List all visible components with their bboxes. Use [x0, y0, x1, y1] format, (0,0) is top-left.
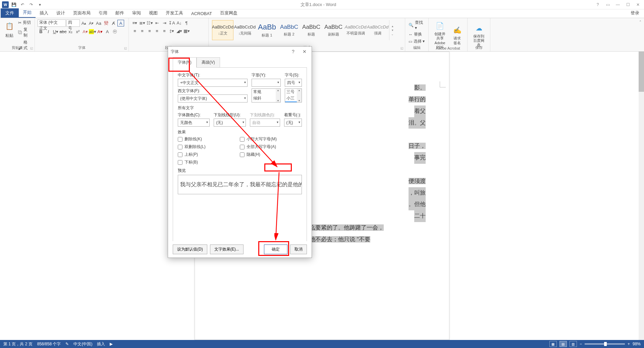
tab-developer[interactable]: 开发工具	[162, 8, 187, 18]
decrease-indent-icon[interactable]: ⇤	[154, 19, 160, 26]
qat-more-icon[interactable]: ▾	[36, 1, 44, 8]
highlight-icon[interactable]: ab▾	[89, 28, 96, 35]
zoom-slider[interactable]	[585, 343, 625, 345]
phonetic-guide-icon[interactable]: 變	[103, 20, 109, 26]
tab-baidu[interactable]: 百度网盘	[216, 8, 241, 18]
numbering-icon[interactable]: ≣▾	[139, 19, 146, 26]
view-web-button[interactable]: ▥	[570, 341, 577, 347]
character-border-icon[interactable]: A	[117, 20, 124, 26]
style-subtle-emphasis[interactable]: AaBbCcDd不明显强调	[345, 20, 366, 40]
distributed-icon[interactable]: ≡	[161, 27, 168, 34]
align-right-icon[interactable]: ≡	[146, 27, 153, 34]
enclose-character-icon[interactable]: ㊥	[111, 28, 118, 35]
strike-checkbox[interactable]: 删除线(K)	[178, 136, 240, 142]
font-color-icon[interactable]: A▾	[97, 28, 103, 35]
ribbon-display-icon[interactable]: ▭	[603, 1, 612, 8]
line-spacing-icon[interactable]: ‡▾	[168, 27, 175, 34]
tab-file[interactable]: 文件	[1, 8, 19, 18]
status-spell-icon[interactable]: ✎	[65, 342, 69, 346]
bullets-icon[interactable]: ≡▾	[131, 19, 138, 26]
view-print-button[interactable]: ▤	[559, 341, 567, 347]
tab-insert[interactable]: 插入	[36, 8, 52, 18]
align-left-icon[interactable]: ≡	[131, 27, 138, 34]
emphasis-combo[interactable]: (无)	[284, 119, 302, 127]
login-button[interactable]: 登录	[626, 8, 644, 18]
dialog-tab-font[interactable]: 字体(N)	[173, 57, 197, 68]
status-macro-icon[interactable]: ▶	[110, 342, 113, 346]
save-icon[interactable]: 💾	[10, 1, 17, 8]
tab-acrobat[interactable]: ACROBAT	[187, 9, 216, 18]
style-down-icon[interactable]: ▾	[390, 28, 395, 32]
dialog-help-icon[interactable]: ?	[289, 49, 298, 54]
subscript-checkbox[interactable]: 下标(B)	[178, 159, 240, 165]
style-normal[interactable]: AaBbCcDd↓正文	[212, 20, 233, 40]
dialog-tab-advanced[interactable]: 高级(V)	[197, 57, 220, 68]
underline-icon[interactable]: U▾	[52, 28, 59, 35]
multilevel-icon[interactable]: ☷▾	[146, 19, 153, 26]
underline-combo[interactable]: (无)	[214, 119, 246, 127]
tab-layout[interactable]: 页面布局	[69, 8, 95, 18]
redo-icon[interactable]: ↷	[28, 1, 35, 8]
font-size-input[interactable]: 四号	[285, 79, 302, 87]
text-effects-icon[interactable]: A▾	[82, 28, 89, 35]
status-page[interactable]: 第 1 页，共 2 页	[3, 341, 33, 347]
ok-button[interactable]: 确定	[264, 245, 287, 254]
zoom-knob[interactable]	[604, 342, 607, 346]
smallcaps-checkbox[interactable]: 小型大写字母(M)	[240, 136, 302, 142]
undo-icon[interactable]: ↶	[19, 1, 26, 8]
zoom-out-icon[interactable]: −	[580, 342, 582, 346]
superscript-icon[interactable]: x²	[74, 28, 81, 35]
sort-icon[interactable]: A↓	[176, 19, 182, 26]
align-center-icon[interactable]: ≡	[139, 27, 146, 34]
list-scrollbar[interactable]	[276, 89, 280, 102]
style-up-icon[interactable]: ▴	[390, 24, 395, 28]
west-font-combo[interactable]: (使用中文字体)	[178, 94, 248, 102]
collapse-ribbon-icon[interactable]: ˄	[637, 18, 644, 51]
zoom-level[interactable]: 98%	[633, 342, 641, 346]
style-more-icon[interactable]: ⌄	[390, 32, 395, 36]
help-icon[interactable]: ?	[593, 1, 602, 8]
text-effects-button[interactable]: 文字效果(E)...	[210, 245, 244, 254]
tab-home[interactable]: 开始	[19, 8, 36, 18]
increase-indent-icon[interactable]: ⇥	[161, 19, 168, 26]
show-hide-icon[interactable]: ¶	[183, 19, 190, 26]
font-dialog-launcher[interactable]: ◱	[124, 47, 127, 50]
allcaps-checkbox[interactable]: 全部大写字母(A)	[240, 144, 302, 150]
scrollbar-vertical[interactable]	[639, 52, 644, 340]
text-direction-icon[interactable]: ↧A	[168, 19, 175, 26]
style-nospacing[interactable]: AaBbCcDd↓无间隔	[234, 20, 256, 40]
tab-mailings[interactable]: 邮件	[111, 8, 128, 18]
replace-button[interactable]: ↔替换	[408, 31, 426, 38]
dialog-title-bar[interactable]: 字体 ?✕	[168, 47, 312, 57]
close-icon[interactable]: ✕	[633, 1, 643, 8]
tab-references[interactable]: 引用	[95, 8, 111, 18]
status-mode[interactable]: 插入	[97, 341, 105, 347]
cn-font-combo[interactable]: +中文正文	[178, 79, 248, 87]
borders-icon[interactable]: ▦▾	[183, 27, 190, 34]
strikethrough-icon[interactable]: abc	[60, 28, 66, 35]
tab-design[interactable]: 设计	[52, 8, 69, 18]
font-size-list[interactable]: 三号 小三 四号	[285, 88, 302, 102]
maximize-icon[interactable]: ☐	[623, 1, 633, 8]
cancel-button[interactable]: 取消	[290, 245, 307, 254]
styles-dialog-launcher[interactable]: ◱	[400, 47, 404, 50]
status-words[interactable]: 858/858 个字	[37, 341, 61, 347]
set-default-button[interactable]: 设为默认值(D)	[173, 245, 207, 254]
style-heading1[interactable]: AaBb标题 1	[256, 20, 278, 40]
tab-view[interactable]: 视图	[145, 8, 162, 18]
shading-icon[interactable]: ◢▾	[176, 27, 182, 34]
copy-button[interactable]: ⿻复制	[17, 26, 32, 39]
dstrike-checkbox[interactable]: 双删除线(L)	[178, 144, 240, 150]
superscript-checkbox[interactable]: 上标(P)	[178, 152, 240, 157]
scrollbar-thumb[interactable]	[639, 52, 644, 92]
view-read-button[interactable]: ▦	[549, 341, 557, 347]
status-lang[interactable]: 中文(中国)	[73, 341, 92, 347]
grow-font-icon[interactable]: A▴	[80, 20, 87, 26]
select-button[interactable]: ▭选择 ▾	[408, 38, 426, 45]
dialog-close-icon[interactable]: ✕	[300, 49, 309, 54]
font-size-select[interactable]: 四号	[66, 19, 80, 27]
styles-gallery[interactable]: AaBbCcDd↓正文 AaBbCcDd↓无间隔 AaBb标题 1 AaBbC标…	[211, 19, 402, 41]
font-style-input[interactable]	[252, 79, 281, 87]
style-subtitle[interactable]: AaBbC副标题	[323, 20, 344, 40]
list-scrollbar[interactable]	[297, 89, 302, 102]
